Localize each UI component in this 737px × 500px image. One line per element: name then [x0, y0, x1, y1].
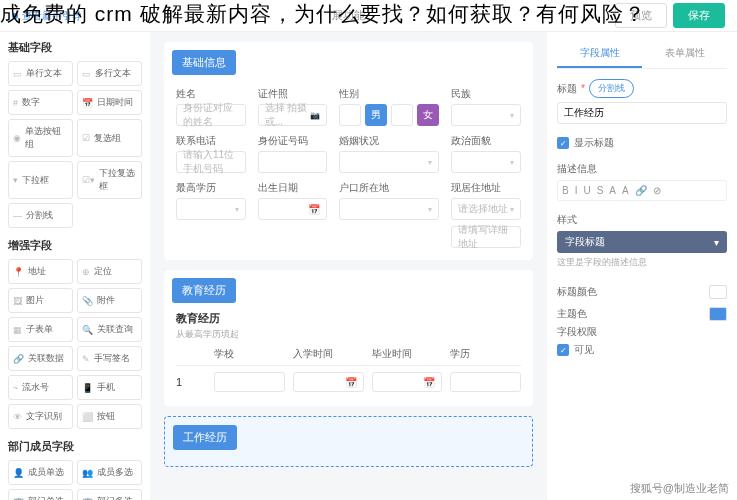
color-swatch[interactable]: [709, 285, 727, 299]
field-phone[interactable]: 联系电话请输入11位手机号码: [176, 134, 246, 173]
strike-icon[interactable]: S: [597, 185, 604, 196]
field-hukou[interactable]: 户口所在地▾: [339, 181, 439, 248]
field-icon: 🔍: [82, 325, 93, 335]
field-type-label: 关联查询: [97, 323, 133, 336]
tab-field-props[interactable]: 字段属性: [557, 40, 642, 68]
field-type-label: 附件: [97, 294, 115, 307]
title-input[interactable]: [557, 102, 727, 124]
field-type-item[interactable]: 👤成员单选: [8, 460, 73, 485]
field-type-label: 图片: [26, 294, 44, 307]
section-title-dept: 部门成员字段: [8, 439, 142, 454]
cell-end[interactable]: 📅: [372, 372, 443, 392]
field-type-item[interactable]: 🏢部门单选: [8, 489, 73, 500]
field-edu[interactable]: 最高学历▾: [176, 181, 246, 248]
field-type-label: 部门单选: [28, 495, 64, 500]
cell-school[interactable]: [214, 372, 285, 392]
field-icon: 📅: [82, 98, 93, 108]
edu-hint: 从最高学历填起: [176, 328, 521, 341]
theme-color-row[interactable]: 主题色: [557, 303, 727, 325]
field-type-label: 单行文本: [26, 67, 62, 80]
field-name[interactable]: 姓名身份证对应的姓名: [176, 87, 246, 126]
rich-toolbar[interactable]: B I U S A A 🔗 ⊘: [557, 180, 727, 201]
row-index: 1: [176, 376, 206, 388]
field-type-item[interactable]: 🖼图片: [8, 288, 73, 313]
field-type-label: 分割线: [26, 209, 53, 222]
field-type-item[interactable]: 📱手机: [77, 375, 142, 400]
chevron-down-icon: ▾: [510, 205, 514, 214]
edu-sub: 教育经历: [176, 311, 521, 326]
field-gender[interactable]: 性别○男○女: [339, 87, 439, 126]
field-icon: 📍: [13, 267, 24, 277]
tab-form-props[interactable]: 表单属性: [642, 40, 727, 68]
field-idno[interactable]: 身份证号码: [258, 134, 328, 173]
field-type-item[interactable]: 📎附件: [77, 288, 142, 313]
radio-opt[interactable]: ○: [391, 104, 413, 126]
color-icon[interactable]: A: [622, 185, 629, 196]
field-type-item[interactable]: ◉单选按钮组: [8, 119, 73, 157]
field-type-item[interactable]: 🔍关联查询: [77, 317, 142, 342]
title-color-row[interactable]: 标题颜色: [557, 281, 727, 303]
color-swatch-blue[interactable]: [709, 307, 727, 321]
field-icon: 📱: [82, 383, 93, 393]
field-political[interactable]: 政治面貌▾: [451, 134, 521, 173]
field-type-label: 下拉框: [22, 174, 49, 187]
field-type-item[interactable]: —分割线: [8, 203, 73, 228]
field-birth[interactable]: 出生日期📅: [258, 181, 328, 248]
field-sidebar: 基础字段 ▭单行文本▭多行文本#数字📅日期时间◉单选按钮组☑复选组▾下拉框☑▾下…: [0, 32, 150, 500]
calendar-icon: 📅: [345, 377, 357, 388]
field-type-item[interactable]: ☑复选组: [77, 119, 142, 157]
field-type-item[interactable]: 👁文字识别: [8, 404, 73, 429]
field-type-label: 单选按钮组: [25, 125, 68, 151]
field-type-item[interactable]: ▭单行文本: [8, 61, 73, 86]
italic-icon[interactable]: I: [575, 185, 578, 196]
radio-opt[interactable]: ○: [339, 104, 361, 126]
radio-female[interactable]: 女: [417, 104, 439, 126]
bold-icon[interactable]: B: [562, 185, 569, 196]
field-type-item[interactable]: 🏢部门多选: [77, 489, 142, 500]
field-type-label: 数字: [22, 96, 40, 109]
field-icon: ▾: [13, 175, 18, 185]
field-type-item[interactable]: ▭多行文本: [77, 61, 142, 86]
section-header-edu[interactable]: 教育经历: [172, 278, 236, 303]
cell-start[interactable]: 📅: [293, 372, 364, 392]
section-header-basic[interactable]: 基础信息: [172, 50, 236, 75]
section-work[interactable]: 工作经历: [164, 416, 533, 467]
field-icon: 👁: [13, 412, 22, 422]
field-type-label: 文字识别: [26, 410, 62, 423]
field-type-label: 日期时间: [97, 96, 133, 109]
show-title-checkbox[interactable]: ✓显示标题: [557, 136, 727, 150]
perm-label: 字段权限: [557, 325, 727, 339]
font-icon[interactable]: A: [609, 185, 616, 196]
section-header-work[interactable]: 工作经历: [173, 425, 237, 450]
field-photo[interactable]: 证件照选择 拍摄或...📷: [258, 87, 328, 126]
table-row[interactable]: 1 📅 📅: [176, 366, 521, 398]
field-icon: 👤: [13, 468, 24, 478]
divider-pill[interactable]: 分割线: [589, 79, 634, 98]
field-type-item[interactable]: 📍地址: [8, 259, 73, 284]
cell-degree[interactable]: [450, 372, 521, 392]
field-type-label: 地址: [28, 265, 46, 278]
clear-icon[interactable]: ⊘: [653, 185, 661, 196]
field-ethnic[interactable]: 民族▾: [451, 87, 521, 126]
field-type-item[interactable]: ☑▾下拉复选框: [77, 161, 142, 199]
field-icon: #: [13, 98, 18, 108]
field-type-item[interactable]: 🔗关联数据: [8, 346, 73, 371]
radio-male[interactable]: 男: [365, 104, 387, 126]
underline-icon[interactable]: U: [583, 185, 590, 196]
field-type-item[interactable]: 👥成员多选: [77, 460, 142, 485]
link-icon[interactable]: 🔗: [635, 185, 647, 196]
field-marital[interactable]: 婚姻状况▾: [339, 134, 439, 173]
field-type-item[interactable]: ✎手写签名: [77, 346, 142, 371]
field-type-item[interactable]: ▾下拉框: [8, 161, 73, 199]
field-addr[interactable]: 现居住地址请选择地址▾请填写详细地址: [451, 181, 521, 248]
style-select[interactable]: 字段标题▾: [557, 231, 727, 253]
field-type-item[interactable]: #数字: [8, 90, 73, 115]
field-type-item[interactable]: ▦子表单: [8, 317, 73, 342]
field-type-label: 关联数据: [28, 352, 64, 365]
save-button[interactable]: 保存: [673, 3, 725, 28]
field-type-item[interactable]: ~流水号: [8, 375, 73, 400]
field-type-item[interactable]: ⊕定位: [77, 259, 142, 284]
visible-checkbox[interactable]: ✓可见: [557, 343, 727, 357]
field-type-item[interactable]: ⬜按钮: [77, 404, 142, 429]
field-type-item[interactable]: 📅日期时间: [77, 90, 142, 115]
